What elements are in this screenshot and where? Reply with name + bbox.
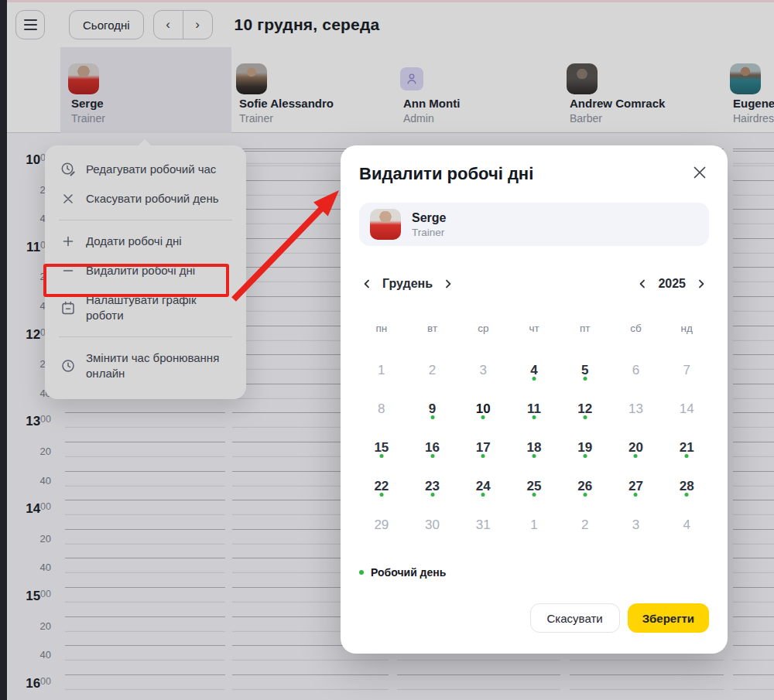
working-day-dot-icon <box>583 377 587 381</box>
month-label: Грудень <box>382 277 433 291</box>
working-day-dot-icon <box>634 493 638 497</box>
day-cell-17[interactable]: 17 <box>457 429 509 467</box>
weekday-label: сб <box>611 319 662 339</box>
day-number: 17 <box>476 440 491 455</box>
day-number: 22 <box>374 479 389 493</box>
day-number: 4 <box>530 363 537 377</box>
day-number: 16 <box>425 440 440 455</box>
day-cell-15[interactable]: 15 <box>356 429 407 467</box>
prev-month-button[interactable] <box>359 276 375 292</box>
day-cell-2[interactable]: 2 <box>407 351 458 390</box>
calendar-week: 22232425262728 <box>356 467 712 506</box>
day-cell-27[interactable]: 27 <box>611 467 662 506</box>
working-day-dot-icon <box>379 493 383 497</box>
day-number: 2 <box>581 517 588 532</box>
day-number: 11 <box>527 401 541 416</box>
day-number: 25 <box>527 479 542 493</box>
day-number: 31 <box>476 517 491 532</box>
chevron-right-icon <box>442 278 454 290</box>
weekday-label: чт <box>509 319 560 339</box>
day-number: 19 <box>577 440 592 455</box>
day-cell-19[interactable]: 19 <box>560 429 611 467</box>
cancel-button[interactable]: Скасувати <box>530 603 620 633</box>
working-day-dot-icon <box>634 454 638 458</box>
day-number: 6 <box>632 363 639 377</box>
modal-header: Видалити робочі дні <box>359 164 709 187</box>
calendar-week: 891011121314 <box>356 390 712 429</box>
day-cell-18[interactable]: 18 <box>509 429 560 467</box>
working-day-dot-icon <box>532 493 536 497</box>
day-number: 1 <box>378 363 385 377</box>
weekday-label: ср <box>457 319 509 339</box>
day-cell-30[interactable]: 30 <box>407 506 458 545</box>
day-cell-25[interactable]: 25 <box>509 467 560 506</box>
day-cell-5[interactable]: 5 <box>560 351 611 390</box>
month-selector: Грудень <box>359 276 456 292</box>
day-cell-9[interactable]: 9 <box>407 390 458 429</box>
day-cell-4[interactable]: 4 <box>509 351 560 390</box>
weekday-label: пн <box>356 319 407 339</box>
day-cell-28[interactable]: 28 <box>661 467 712 506</box>
day-number: 7 <box>683 363 690 377</box>
day-cell-7[interactable]: 7 <box>661 351 712 390</box>
working-day-dot-icon <box>481 454 485 458</box>
day-number: 26 <box>577 479 592 493</box>
save-button[interactable]: Зберегти <box>628 603 709 633</box>
day-cell-3[interactable]: 3 <box>611 506 662 545</box>
day-number: 3 <box>480 363 487 377</box>
day-cell-23[interactable]: 23 <box>407 467 458 506</box>
day-cell-2[interactable]: 2 <box>560 506 611 545</box>
day-cell-1[interactable]: 1 <box>509 506 560 545</box>
day-number: 5 <box>581 363 588 377</box>
day-number: 24 <box>476 479 491 493</box>
day-cell-4[interactable]: 4 <box>661 506 712 545</box>
legend-label: Робочий день <box>371 566 446 579</box>
day-cell-14[interactable]: 14 <box>661 390 712 429</box>
working-day-dot-icon <box>583 415 587 419</box>
staff-role: Trainer <box>412 226 446 239</box>
working-day-dot-icon <box>481 493 485 497</box>
calendar: пнвтсрчтптсбнд 1234567891011121314151617… <box>356 319 712 545</box>
day-number: 4 <box>683 517 690 532</box>
day-cell-8[interactable]: 8 <box>356 390 407 429</box>
legend: Робочий день <box>359 565 709 580</box>
day-cell-13[interactable]: 13 <box>611 390 662 429</box>
next-month-button[interactable] <box>440 276 456 292</box>
prev-year-button[interactable] <box>635 276 650 292</box>
working-day-dot-icon <box>430 415 434 419</box>
day-number: 29 <box>374 517 389 532</box>
modal-actions: Скасувати Зберегти <box>359 603 709 633</box>
day-cell-22[interactable]: 22 <box>356 467 407 506</box>
day-number: 27 <box>628 479 643 493</box>
day-number: 30 <box>425 517 440 532</box>
avatar <box>370 209 401 240</box>
day-cell-10-today[interactable]: 10 <box>457 390 509 429</box>
close-button[interactable] <box>690 164 709 183</box>
day-cell-29[interactable]: 29 <box>356 506 407 545</box>
day-cell-26[interactable]: 26 <box>560 467 611 506</box>
working-day-dot-icon <box>583 454 587 458</box>
day-number: 23 <box>425 479 440 493</box>
weekday-header: пнвтсрчтптсбнд <box>356 319 712 339</box>
working-day-dot-icon <box>481 415 485 419</box>
day-cell-1[interactable]: 1 <box>356 351 407 390</box>
day-cell-31[interactable]: 31 <box>457 506 509 545</box>
day-cell-24[interactable]: 24 <box>457 467 509 506</box>
weekday-label: пт <box>560 319 611 339</box>
day-cell-21[interactable]: 21 <box>661 429 712 467</box>
working-day-dot-icon <box>430 493 434 497</box>
day-cell-12[interactable]: 12 <box>560 390 611 429</box>
day-cell-11[interactable]: 11 <box>509 390 560 429</box>
next-year-button[interactable] <box>694 276 709 292</box>
day-cell-6[interactable]: 6 <box>611 351 662 390</box>
day-cell-20[interactable]: 20 <box>611 429 662 467</box>
day-number: 13 <box>628 401 643 416</box>
modal-title: Видалити робочі дні <box>359 164 533 184</box>
calendar-week: 1234567 <box>356 351 712 390</box>
day-cell-16[interactable]: 16 <box>407 429 458 467</box>
day-number: 2 <box>429 363 436 377</box>
staff-name: Serge <box>412 210 446 226</box>
selected-staff-card: Serge Trainer <box>359 203 709 246</box>
day-cell-3[interactable]: 3 <box>457 351 509 390</box>
chevron-left-icon <box>636 278 649 290</box>
